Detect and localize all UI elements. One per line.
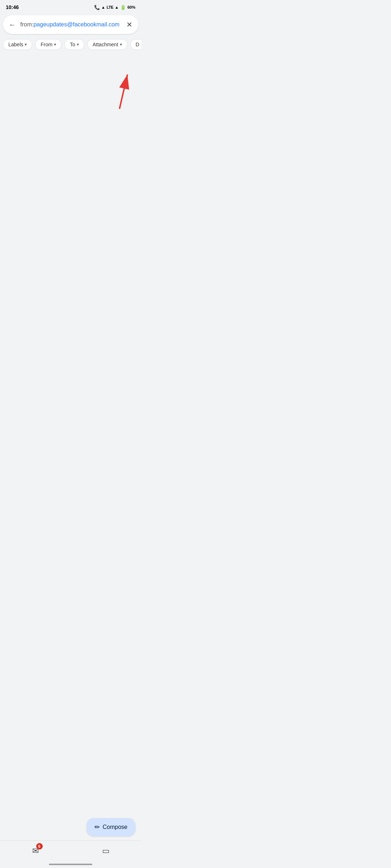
search-query: from:pageupdates@facebookmail.com [20, 21, 123, 28]
battery-icon: 🔋 [120, 5, 126, 10]
lte-icon: LTE [107, 5, 113, 9]
filter-chip-date[interactable]: D [130, 39, 141, 50]
status-time: 10:46 [6, 4, 19, 10]
filter-chips-row: Labels ▾ From ▾ To ▾ Attachment ▾ D [0, 36, 141, 53]
status-icons: 📞 ▲ LTE ▲ 🔋 60% [94, 5, 135, 10]
filter-label-from: From [41, 42, 52, 47]
chevron-down-icon: ▾ [120, 42, 122, 47]
battery-percent: 60% [127, 5, 135, 9]
filter-label-labels: Labels [8, 42, 23, 47]
search-prefix: from: [20, 21, 33, 27]
filter-chip-from[interactable]: From ▾ [35, 39, 62, 50]
search-value: pageupdates@facebookmail.com [33, 21, 119, 27]
status-bar: 10:46 📞 ▲ LTE ▲ 🔋 60% [0, 0, 141, 13]
content-area [0, 53, 141, 234]
call-icon: 📞 [94, 5, 100, 10]
close-button[interactable]: ✕ [126, 20, 133, 29]
signal-icon: ▲ [115, 5, 119, 9]
filter-label-to: To [70, 42, 75, 47]
filter-label-attachment: Attachment [93, 42, 118, 47]
filter-chip-labels[interactable]: Labels ▾ [3, 39, 32, 50]
chevron-down-icon: ▾ [25, 42, 27, 47]
chevron-down-icon: ▾ [77, 42, 79, 47]
back-button[interactable]: ← [9, 21, 16, 28]
filter-label-date: D [136, 42, 139, 47]
chevron-down-icon: ▾ [54, 42, 56, 47]
wifi-icon: ▲ [101, 5, 105, 9]
search-bar[interactable]: ← from:pageupdates@facebookmail.com ✕ [3, 15, 138, 34]
filter-chip-attachment[interactable]: Attachment ▾ [87, 39, 127, 50]
filter-chip-to[interactable]: To ▾ [64, 39, 84, 50]
